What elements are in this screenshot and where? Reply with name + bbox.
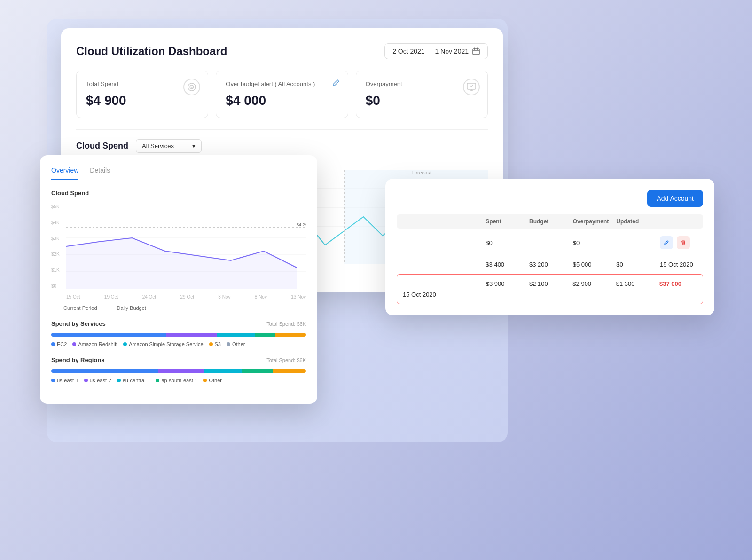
bar-s3b [255, 333, 275, 337]
total-spend-label: Total Spend [86, 80, 198, 87]
edit-icon[interactable] [332, 79, 340, 89]
row1-spent: $0 [486, 239, 525, 246]
us-east-2-label: us-east-2 [90, 378, 111, 383]
legend-ec2: EC2 [51, 341, 67, 347]
metrics-row: Total Spend $4 900 $ Over budget alert (… [76, 71, 488, 118]
overview-chart-area: $5K $4K $3K $2K $1K $0 $4.2K [51, 204, 306, 289]
main-card-header: Cloud Utilization Dashboard 2 Oct 2021 —… [76, 43, 488, 59]
legend-budget-label: Daily Budget [117, 305, 146, 311]
legend-daily-budget: Daily Budget [105, 305, 146, 311]
y-label-5k: $5K [51, 204, 60, 209]
dot-eu-central-1 [117, 379, 121, 382]
th-budget: Budget [529, 218, 569, 225]
legend-us-east-2: us-east-2 [84, 378, 111, 383]
overview-chart-svg: $4.2K [66, 204, 306, 289]
row3-budget: $2 100 [529, 280, 569, 287]
page-title: Cloud Utilization Dashboard [76, 45, 227, 58]
dot-ap-south-east-1 [156, 379, 159, 382]
redshift-label: Amazon Redshift [78, 341, 118, 347]
chevron-down-icon: ▾ [192, 142, 196, 150]
row1-edit-button[interactable] [660, 236, 673, 249]
calendar-icon [472, 47, 480, 55]
bar-regions-other [273, 369, 306, 373]
y-label-1k: $1K [51, 268, 60, 273]
overpayment-card: Overpayment $0 [356, 71, 488, 118]
date-range-button[interactable]: 2 Oct 2021 — 1 Nov 2021 [384, 43, 488, 59]
regions-bar [51, 369, 306, 373]
total-spend-value: $4 900 [86, 93, 198, 108]
table-header: Spent Budget Overpayment Updated [397, 214, 703, 229]
x-label-2: 19 Oct [104, 294, 118, 300]
th-actions [660, 218, 697, 225]
row3-spent: $3 900 [486, 280, 525, 287]
bar-ec2 [51, 333, 166, 337]
y-label-2k: $2K [51, 252, 60, 257]
legend-current-label: Current Period [63, 305, 97, 311]
total-spend-card: Total Spend $4 900 $ [76, 71, 208, 118]
trash-icon [681, 240, 686, 245]
legend-redshift: Amazon Redshift [72, 341, 118, 347]
services-dropdown[interactable]: All Services ▾ [136, 139, 202, 153]
th-updated: Updated [616, 218, 656, 225]
y-label-0: $0 [51, 284, 60, 289]
spend-services-header: Spend by Services Total Spend: $6K [51, 320, 306, 327]
overview-y-axis: $5K $4K $3K $2K $1K $0 [51, 204, 60, 289]
y-label-4k: $4K [51, 220, 60, 225]
services-dropdown-label: All Services [142, 142, 174, 150]
overview-chart-title: Cloud Spend [51, 189, 306, 197]
s3-full-label: Amazon Simple Storage Service [129, 341, 203, 347]
s3-label: S3 [215, 341, 221, 347]
overview-legend: Current Period Daily Budget [51, 305, 306, 311]
dot-us-east-1 [51, 379, 55, 382]
regions-legend: us-east-1 us-east-2 eu-central-1 ap-sout… [51, 378, 306, 383]
dot-us-east-2 [84, 379, 88, 382]
eu-central-1-label: eu-central-1 [123, 378, 150, 383]
bar-eu-central-1 [204, 369, 242, 373]
bar-services-other [275, 333, 306, 337]
spend-services-title: Spend by Services [51, 320, 106, 327]
row2-budget2: $0 [616, 261, 656, 268]
legend-s3: S3 [209, 341, 221, 347]
row1-delete-button[interactable] [677, 236, 690, 249]
bar-us-east-2 [158, 369, 204, 373]
svg-rect-0 [473, 49, 479, 55]
dot-s3 [209, 342, 213, 346]
accounts-card: Add Account Spent Budget Overpayment Upd… [385, 179, 714, 315]
us-east-1-label: us-east-1 [57, 378, 78, 383]
tab-row: Overview Details [51, 166, 306, 180]
other-services-label: Other [232, 341, 245, 347]
spend-regions-header: Spend by Regions Total Spend: $6K [51, 356, 306, 363]
legend-other-regions: Other [203, 378, 222, 383]
svg-text:$: $ [191, 86, 193, 90]
accounts-header: Add Account [397, 190, 703, 207]
overpayment-value: $0 [366, 93, 478, 108]
th-overpayment: Overpayment [573, 218, 613, 225]
legend-s3-full: Amazon Simple Storage Service [123, 341, 203, 347]
tab-overview[interactable]: Overview [51, 166, 78, 180]
dot-other-services [227, 342, 230, 346]
bar-redshift [166, 333, 217, 337]
row2-overpayment: $5 000 [573, 261, 613, 268]
over-budget-label: Over budget alert ( All Accounts ) [226, 80, 338, 87]
row2-spent: $3 400 [486, 261, 525, 268]
services-bar [51, 333, 306, 337]
legend-eu-central-1: eu-central-1 [117, 378, 150, 383]
tab-details[interactable]: Details [90, 166, 110, 180]
row3-budget2: $1 300 [616, 280, 656, 287]
x-label-4: 29 Oct [180, 294, 194, 300]
th-name [402, 218, 482, 225]
table-row: $0 $0 [397, 230, 703, 255]
add-account-button[interactable]: Add Account [647, 190, 703, 207]
other-regions-label: Other [209, 378, 222, 383]
spend-regions-title: Spend by Regions [51, 356, 104, 363]
dot-other-regions [203, 379, 207, 382]
bar-ap-south-east-1 [242, 369, 273, 373]
legend-us-east-1: us-east-1 [51, 378, 78, 383]
legend-current-period: Current Period [51, 305, 97, 311]
overview-card: Overview Details Cloud Spend $5K $4K $3K… [40, 155, 317, 404]
spend-regions-total: Total Spend: $6K [266, 357, 306, 363]
row3-overpayment: $2 900 [572, 280, 612, 287]
table-row-highlighted: $3 900 $2 100 $2 900 $1 300 $37 000 15 O… [397, 274, 703, 304]
dot-redshift [72, 342, 76, 346]
row2-updated: 15 Oct 2020 [660, 261, 697, 268]
